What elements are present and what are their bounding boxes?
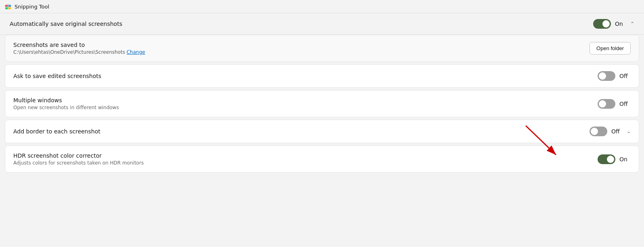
add-border-toggle-label: Off: [611, 128, 623, 135]
multiple-windows-subtitle: Open new screenshots in different window…: [13, 105, 119, 110]
multiple-windows-toggle-label: Off: [619, 101, 631, 107]
hdr-title: HDR screenshot color corrector: [13, 152, 144, 159]
auto-save-title: Automatically save original screenshots: [10, 21, 122, 27]
svg-rect-2: [5, 7, 8, 9]
add-border-knob: [591, 128, 598, 135]
add-border-controls: Off ⌄: [590, 127, 631, 136]
multiple-windows-row: Multiple windows Open new screenshots in…: [5, 90, 639, 117]
multiple-windows-knob: [599, 100, 606, 108]
multiple-windows-left: Multiple windows Open new screenshots in…: [13, 97, 119, 110]
change-link[interactable]: Change: [127, 49, 145, 55]
title-bar-text: Snipping Tool: [15, 4, 49, 10]
hdr-controls: On: [598, 154, 631, 164]
multiple-windows-toggle[interactable]: [598, 99, 615, 109]
add-border-chevron-icon[interactable]: ⌄: [627, 129, 631, 134]
save-path-right: Open folder: [590, 42, 631, 55]
add-border-row: Add border to each screenshot Off ⌄: [5, 120, 639, 143]
hdr-knob: [607, 156, 614, 163]
auto-save-controls: On ⌃: [593, 19, 634, 29]
save-path-row: Screenshots are saved to C:\Users\ehtas\…: [5, 35, 639, 62]
ask-save-controls: Off: [598, 71, 631, 81]
save-path-left: Screenshots are saved to C:\Users\ehtas\…: [13, 42, 145, 55]
hdr-subtitle: Adjusts colors for screenshots taken on …: [13, 160, 144, 166]
ask-save-toggle-knob: [599, 72, 606, 80]
hdr-corrector-row: HDR screenshot color corrector Adjusts c…: [5, 146, 639, 173]
ask-save-row: Ask to save edited screenshots Off: [5, 64, 639, 88]
multiple-windows-controls: Off: [598, 99, 631, 109]
add-border-title: Add border to each screenshot: [13, 128, 100, 135]
save-path-path: C:\Users\ehtas\OneDrive\Pictures\Screens…: [13, 49, 145, 55]
hdr-left: HDR screenshot color corrector Adjusts c…: [13, 152, 144, 166]
save-path-label: Screenshots are saved to: [13, 42, 145, 48]
auto-save-toggle[interactable]: [593, 19, 611, 29]
auto-save-chevron-icon[interactable]: ⌃: [630, 21, 634, 27]
ask-save-toggle-label: Off: [619, 73, 631, 79]
svg-rect-3: [8, 7, 11, 9]
ask-save-toggle[interactable]: [598, 71, 615, 81]
save-path-value: C:\Users\ehtas\OneDrive\Pictures\Screens…: [13, 49, 125, 55]
ask-save-title: Ask to save edited screenshots: [13, 73, 101, 79]
open-folder-button[interactable]: Open folder: [590, 42, 631, 55]
auto-save-toggle-label: On: [615, 21, 626, 27]
multiple-windows-title: Multiple windows: [13, 97, 119, 103]
add-border-toggle[interactable]: [590, 127, 607, 136]
auto-save-row: Automatically save original screenshots …: [0, 13, 644, 35]
app-icon: [5, 3, 11, 10]
settings-container: Automatically save original screenshots …: [0, 13, 644, 173]
title-bar: Snipping Tool: [0, 0, 644, 13]
toggle-knob: [602, 20, 610, 27]
hdr-toggle[interactable]: [598, 154, 615, 164]
hdr-toggle-label: On: [619, 156, 631, 163]
